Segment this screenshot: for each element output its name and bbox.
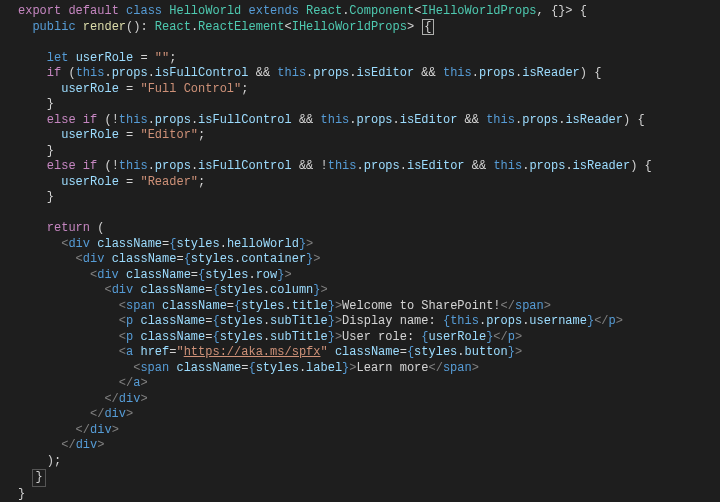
code-line: if (this.props.isFullControl && this.pro… (0, 66, 720, 82)
code-line: } (0, 97, 720, 113)
code-line: else if (!this.props.isFullControl && th… (0, 113, 720, 129)
code-line: <div className={styles.helloWorld}> (0, 237, 720, 253)
code-line: <span className={styles.title}>Welcome t… (0, 299, 720, 315)
code-line: <a href="https://aka.ms/spfx" className=… (0, 345, 720, 361)
code-line: <div className={styles.row}> (0, 268, 720, 284)
code-line: <p className={styles.subTitle}>User role… (0, 330, 720, 346)
code-line: } (0, 190, 720, 206)
code-line: <span className={styles.label}>Learn mor… (0, 361, 720, 377)
code-line: <div className={styles.container}> (0, 252, 720, 268)
code-editor: export default class HelloWorld extends … (0, 4, 720, 502)
code-line: <div className={styles.column}> (0, 283, 720, 299)
code-line: userRole = "Full Control"; (0, 82, 720, 98)
code-line: userRole = "Reader"; (0, 175, 720, 191)
code-line: else if (!this.props.isFullControl && !t… (0, 159, 720, 175)
code-line: <p className={styles.subTitle}>Display n… (0, 314, 720, 330)
code-line: export default class HelloWorld extends … (0, 4, 720, 20)
code-line: </div> (0, 438, 720, 454)
code-line: </div> (0, 423, 720, 439)
code-line: let userRole = ""; (0, 51, 720, 67)
code-line: public render(): React.ReactElement<IHel… (0, 20, 720, 36)
code-line: } (0, 469, 720, 487)
code-line: ); (0, 454, 720, 470)
code-line: </a> (0, 376, 720, 392)
code-line: </div> (0, 392, 720, 408)
code-line: } (0, 144, 720, 160)
code-line (0, 206, 720, 222)
code-line: userRole = "Editor"; (0, 128, 720, 144)
code-line: return ( (0, 221, 720, 237)
code-line (0, 35, 720, 51)
code-line: </div> (0, 407, 720, 423)
code-line: } (0, 487, 720, 503)
